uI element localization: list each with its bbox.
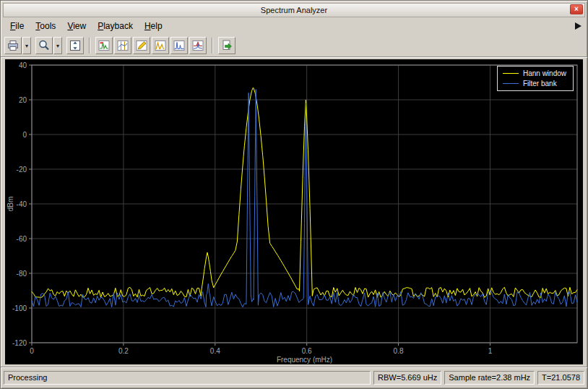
svg-text:0.6: 0.6 xyxy=(302,347,312,355)
fit-to-view-icon xyxy=(69,39,82,52)
toolbar: ▾ ▾ xyxy=(1,35,587,57)
toolbar-separator xyxy=(212,38,213,54)
plot-area[interactable]: 00.20.40.60.8140200-20-40-60-80-100-120F… xyxy=(5,59,583,364)
spectrum-analyzer-window: Spectrum Analyzer × File Tools View Play… xyxy=(0,0,588,389)
svg-text:-40: -40 xyxy=(17,200,27,208)
legend-label-hann-window: Hann window xyxy=(523,69,566,77)
menu-help[interactable]: Help xyxy=(139,19,168,34)
svg-text:0.8: 0.8 xyxy=(394,347,404,355)
zoom-dropdown-button[interactable]: ▾ xyxy=(53,37,62,54)
svg-text:-100: -100 xyxy=(12,304,27,312)
menu-tools[interactable]: Tools xyxy=(30,19,61,34)
legend-line-filter-bank xyxy=(503,83,519,84)
distortion-measurements-button[interactable] xyxy=(170,37,188,54)
spectrum-settings-button[interactable] xyxy=(95,37,113,54)
legend-entry-filter-bank: Filter bank xyxy=(503,78,566,88)
distortion-waveform-icon xyxy=(173,39,186,52)
legend-entry-hann-window: Hann window xyxy=(503,68,566,78)
title-bar[interactable]: Spectrum Analyzer × xyxy=(3,3,585,17)
menu-overflow-arrow-icon[interactable] xyxy=(575,22,581,30)
menu-view[interactable]: View xyxy=(61,19,92,34)
svg-text:0.4: 0.4 xyxy=(210,347,220,355)
legend[interactable]: Hann window Filter bank xyxy=(497,66,574,91)
menu-bar: File Tools View Playback Help xyxy=(1,17,587,35)
printer-icon xyxy=(7,39,20,52)
menu-playback[interactable]: Playback xyxy=(92,19,139,34)
status-message: Processing xyxy=(4,371,371,385)
menu-file[interactable]: File xyxy=(4,19,30,34)
svg-text:0.2: 0.2 xyxy=(118,347,129,355)
svg-text:20: 20 xyxy=(19,96,27,104)
span-full-view-button[interactable] xyxy=(66,37,84,54)
spectral-mask-icon xyxy=(191,39,204,52)
export-document-icon xyxy=(220,39,233,52)
legend-label-filter-bank: Filter bank xyxy=(523,80,557,87)
status-rbw: RBW=5.669 uHz xyxy=(373,371,441,385)
export-button[interactable] xyxy=(218,37,235,54)
pencil-icon xyxy=(135,39,148,52)
spectrum-chart: 00.20.40.60.8140200-20-40-60-80-100-120F… xyxy=(5,59,583,364)
toolbar-separator xyxy=(89,38,90,54)
peak-finder-button[interactable] xyxy=(152,37,169,54)
legend-line-hann-window xyxy=(503,73,519,74)
channel-measurements-button[interactable] xyxy=(133,37,150,54)
svg-text:-60: -60 xyxy=(17,235,27,243)
svg-text:0: 0 xyxy=(22,131,27,139)
peak-finder-icon xyxy=(154,39,167,52)
svg-text:-80: -80 xyxy=(17,270,27,278)
zoom-button[interactable] xyxy=(35,37,53,54)
magnifier-icon xyxy=(38,39,51,52)
print-dropdown-button[interactable]: ▾ xyxy=(22,37,31,54)
svg-text:0: 0 xyxy=(30,347,34,355)
svg-text:-120: -120 xyxy=(12,339,27,347)
print-button[interactable] xyxy=(4,37,22,54)
close-button[interactable]: × xyxy=(570,4,583,14)
svg-text:40: 40 xyxy=(19,61,27,69)
spectrum-settings-icon xyxy=(98,39,111,52)
svg-text:Frequency (mHz): Frequency (mHz) xyxy=(277,356,332,364)
svg-text:-20: -20 xyxy=(17,166,27,174)
status-sample-rate: Sample rate=2.38 mHz xyxy=(444,371,535,385)
status-bar: Processing RBW=5.669 uHz Sample rate=2.3… xyxy=(1,367,587,388)
svg-text:1: 1 xyxy=(488,347,493,355)
window-title: Spectrum Analyzer xyxy=(261,6,327,14)
spectral-mask-button[interactable] xyxy=(189,37,207,54)
svg-text:dBm: dBm xyxy=(7,197,14,212)
cursor-measurements-icon xyxy=(116,39,129,52)
status-time: T=21.0578 xyxy=(537,371,584,385)
cursor-measurements-button[interactable] xyxy=(114,37,131,54)
